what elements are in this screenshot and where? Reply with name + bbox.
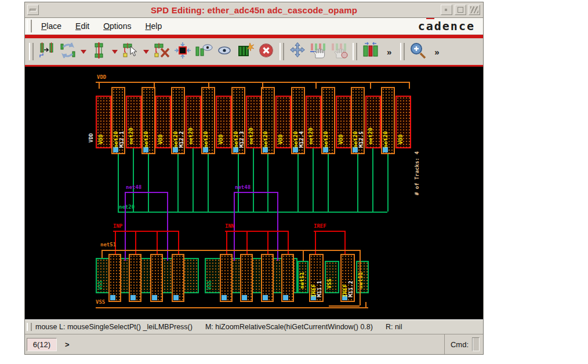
wire-net20-vert[interactable] bbox=[133, 148, 134, 212]
toolbar-grip[interactable] bbox=[29, 43, 34, 60]
preview-devices-button[interactable] bbox=[194, 42, 213, 61]
wire-net20-vert[interactable] bbox=[313, 148, 314, 212]
device-cell-bottom[interactable] bbox=[261, 254, 274, 302]
cell-label-net20: net20 bbox=[383, 131, 389, 148]
device-cell-bottom[interactable] bbox=[172, 254, 184, 302]
dropdown-arrow-icon[interactable] bbox=[112, 50, 118, 54]
dropdown-arrow-icon[interactable] bbox=[143, 50, 149, 54]
wire-net20-vert[interactable] bbox=[177, 154, 179, 212]
wire-vdd-stub[interactable] bbox=[99, 82, 100, 89]
cell-label-VDD: VDD bbox=[338, 134, 344, 144]
wire-net48[interactable] bbox=[125, 192, 167, 193]
toolbar-overflow-button[interactable]: » bbox=[434, 47, 439, 57]
cell-sub-label-M11.1: M11.1 bbox=[317, 281, 322, 297]
select-route-icon bbox=[122, 42, 139, 61]
cell-label-VDD: VDD bbox=[218, 134, 224, 144]
wire-net48[interactable] bbox=[234, 192, 277, 193]
device-cell-bottom[interactable] bbox=[281, 254, 294, 302]
wire-vdd-stub[interactable] bbox=[409, 82, 410, 89]
wire-net20-vert[interactable] bbox=[238, 154, 239, 212]
device-cell-bottom[interactable] bbox=[108, 254, 121, 302]
wire-net20-vert[interactable] bbox=[118, 154, 119, 212]
cell-label-VDD: VDD bbox=[98, 134, 104, 144]
selection-counter: 6(12) bbox=[27, 338, 57, 351]
wire-vdd-stub[interactable] bbox=[315, 82, 317, 89]
window-menu-button[interactable] bbox=[27, 5, 39, 15]
wire-net20-vert[interactable] bbox=[297, 154, 299, 212]
swap-devices-button[interactable] bbox=[59, 42, 77, 61]
wire-net51-tail[interactable] bbox=[329, 305, 360, 307]
contact-pad bbox=[130, 295, 136, 300]
statusbar-grip[interactable] bbox=[27, 323, 32, 331]
wire-net20-vert[interactable] bbox=[267, 154, 268, 212]
menubar-grip[interactable] bbox=[27, 20, 32, 32]
menu-edit[interactable]: Edit bbox=[75, 21, 89, 31]
device-cell-bottom[interactable] bbox=[150, 254, 163, 302]
cell-label-net20: net20 bbox=[323, 131, 329, 148]
wire-net20-vert[interactable] bbox=[208, 154, 209, 212]
wire-inp[interactable] bbox=[113, 231, 179, 232]
toolbar-overflow-button[interactable]: » bbox=[387, 47, 391, 57]
toolbar-grip[interactable] bbox=[280, 43, 284, 60]
create-group-icon bbox=[237, 42, 254, 61]
wire-net20-vert[interactable] bbox=[193, 148, 194, 212]
wire-net51[interactable] bbox=[101, 250, 360, 251]
wire-vdd-stub[interactable] bbox=[262, 82, 263, 89]
wire-vss-stub[interactable] bbox=[365, 302, 366, 307]
maximize-icon bbox=[458, 7, 463, 13]
wire-vss-rail[interactable] bbox=[96, 307, 368, 308]
wire-vdd-stub[interactable] bbox=[154, 82, 155, 89]
wire-net20-vert[interactable] bbox=[148, 154, 149, 212]
drag-row-button[interactable] bbox=[309, 42, 328, 61]
device-cell-bottom[interactable] bbox=[129, 254, 141, 302]
delete-route-button[interactable] bbox=[153, 42, 171, 61]
wire-net20-bus[interactable] bbox=[118, 212, 387, 213]
wire-vdd-rail[interactable] bbox=[96, 82, 410, 83]
zoom-in-button[interactable] bbox=[409, 42, 427, 61]
dropdown-arrow-icon[interactable] bbox=[81, 50, 86, 54]
move-button[interactable] bbox=[288, 42, 307, 61]
cell-sub-label-M12.1: M12.1 bbox=[119, 131, 125, 148]
cell-label-net20: net20 bbox=[188, 128, 194, 144]
visibility-button[interactable] bbox=[215, 42, 234, 61]
wire-net20-vert[interactable] bbox=[357, 154, 358, 212]
wire-net51-stub[interactable] bbox=[101, 250, 103, 258]
create-group-button[interactable] bbox=[236, 42, 255, 61]
place-route-button[interactable] bbox=[38, 42, 56, 61]
wire-vdd-stub[interactable] bbox=[208, 82, 209, 89]
compact-button[interactable] bbox=[173, 42, 192, 61]
select-route-button[interactable] bbox=[121, 42, 140, 61]
contact-pad bbox=[110, 295, 115, 300]
menu-help[interactable]: Help bbox=[145, 21, 162, 31]
wire-net51-stub[interactable] bbox=[360, 250, 361, 305]
wire-net20-vert[interactable] bbox=[387, 154, 389, 212]
status-mouse-left: mouse L: mouseSingleSelectPt() _leiLMBPr… bbox=[35, 323, 193, 331]
contact-pad bbox=[383, 147, 388, 152]
wire-net20-vert[interactable] bbox=[253, 148, 254, 212]
cmd-scroll-widget[interactable] bbox=[472, 337, 480, 351]
menu-place[interactable]: Place bbox=[41, 21, 61, 31]
command-prompt[interactable]: > bbox=[65, 340, 70, 349]
cancel-button[interactable] bbox=[257, 42, 275, 61]
wire-net51-stub[interactable] bbox=[303, 250, 304, 261]
wire-vdd-stub[interactable] bbox=[370, 82, 371, 89]
wire-net20-vert[interactable] bbox=[372, 148, 373, 212]
wire-inn[interactable] bbox=[225, 231, 289, 232]
contact-pad bbox=[233, 147, 238, 152]
align-devices-button[interactable] bbox=[90, 42, 108, 61]
cell-label-VDD: VDD bbox=[398, 134, 404, 144]
wire-iref[interactable] bbox=[314, 231, 346, 232]
close-button[interactable] bbox=[469, 5, 480, 15]
toolbar-grip[interactable] bbox=[400, 43, 405, 60]
contact-pad bbox=[263, 295, 268, 300]
device-cell-bottom[interactable] bbox=[240, 254, 253, 302]
menu-options[interactable]: Options bbox=[103, 21, 131, 31]
device-cell-bottom[interactable] bbox=[220, 254, 233, 302]
minimize-button[interactable] bbox=[441, 5, 452, 15]
pair-devices-button[interactable] bbox=[361, 42, 380, 61]
layout-canvas[interactable]: VSSVSSnet51IREFM11.1VSSIREFM11.2net51VDD… bbox=[25, 67, 483, 319]
contact-pad bbox=[152, 295, 157, 300]
drag-row-disabled-button[interactable] bbox=[330, 42, 349, 61]
wire-net20-vert[interactable] bbox=[328, 154, 329, 212]
maximize-button[interactable] bbox=[455, 5, 466, 15]
